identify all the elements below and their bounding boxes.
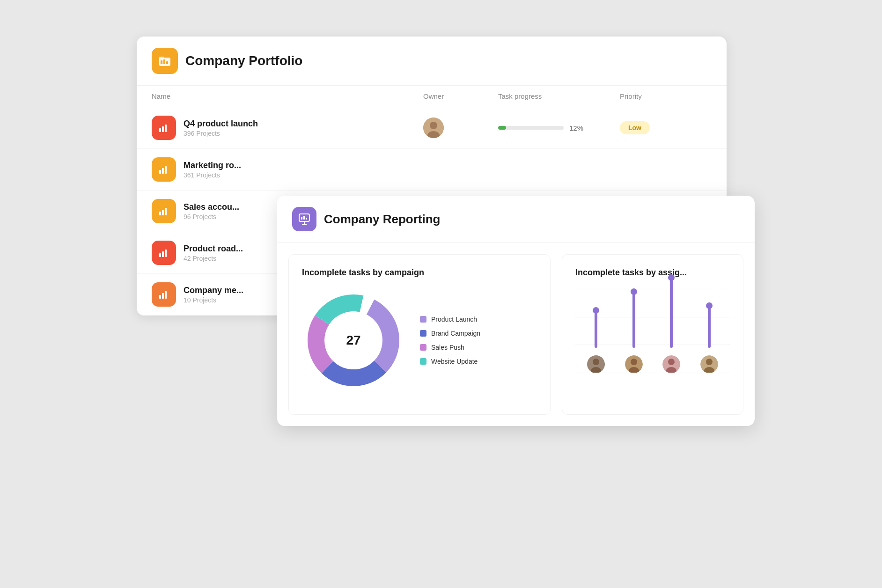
- legend-dot-website-update: [420, 358, 426, 365]
- legend-dot-sales-push: [420, 344, 426, 351]
- svg-point-45: [706, 359, 713, 365]
- svg-rect-15: [159, 212, 161, 215]
- col-name: Name: [152, 92, 423, 100]
- progress-text: 12%: [569, 124, 583, 132]
- legend-label-product-launch: Product Launch: [431, 316, 477, 323]
- col-progress: Task progress: [498, 92, 620, 100]
- bar-dot-2: [631, 288, 637, 295]
- row-icon-orange: [152, 282, 176, 307]
- portfolio-title: Company Portfolio: [185, 53, 302, 68]
- svg-point-36: [593, 359, 599, 365]
- table-header: Name Owner Task progress Priority: [137, 86, 727, 107]
- svg-point-10: [430, 122, 437, 129]
- row-sub: 42 Projects: [184, 255, 243, 262]
- legend-label-website-update: Website Update: [431, 358, 478, 365]
- portfolio-header: Company Portfolio: [137, 37, 727, 86]
- bar-chart-title: Incomplete tasks by assig...: [575, 268, 730, 278]
- row-sub: 396 Projects: [184, 130, 258, 137]
- svg-rect-16: [162, 210, 164, 215]
- row-sub: 10 Projects: [184, 296, 243, 304]
- svg-rect-5: [159, 128, 161, 132]
- progress-fill: [498, 126, 506, 130]
- row-title: Marketing ro...: [184, 161, 241, 170]
- svg-rect-29: [306, 218, 307, 220]
- svg-rect-12: [159, 170, 161, 174]
- row-icon-yellow: [152, 199, 176, 223]
- svg-rect-2: [161, 60, 162, 64]
- svg-rect-20: [165, 250, 167, 257]
- svg-rect-17: [165, 208, 167, 215]
- row-icon-red: [152, 241, 176, 265]
- row-owner: [423, 118, 498, 138]
- table-row[interactable]: Marketing ro... 361 Projects: [137, 149, 727, 191]
- svg-rect-28: [303, 216, 305, 220]
- reporting-header: Company Reporting: [277, 196, 755, 243]
- svg-rect-14: [165, 166, 167, 174]
- svg-rect-3: [163, 59, 165, 64]
- row-name-cell: Q4 product launch 396 Projects: [152, 116, 423, 140]
- priority-badge: Low: [620, 121, 650, 134]
- bar-dot-1: [593, 307, 599, 314]
- donut-legend: Product Launch Brand Campaign Sales Push: [420, 316, 480, 365]
- legend-label-brand-campaign: Brand Campaign: [431, 330, 480, 337]
- donut-center-value: 27: [346, 333, 360, 348]
- legend-item-sales-push: Sales Push: [420, 344, 480, 351]
- row-progress: 12%: [498, 124, 620, 132]
- bar-2: [632, 292, 635, 348]
- legend-item-website-update: Website Update: [420, 358, 480, 365]
- bar-dot-3: [668, 274, 675, 281]
- row-title: Sales accou...: [184, 202, 239, 212]
- portfolio-folder-icon: [152, 48, 178, 74]
- bar-col-2: [623, 292, 646, 373]
- svg-point-39: [631, 359, 637, 365]
- owner-avatar: [423, 118, 444, 138]
- row-priority: Low: [620, 121, 723, 134]
- bar-chart-panel: Incomplete tasks by assig...: [562, 254, 743, 415]
- svg-point-42: [668, 359, 675, 365]
- reporting-presentation-icon: [292, 207, 316, 231]
- svg-rect-22: [162, 293, 164, 299]
- svg-rect-7: [165, 125, 167, 132]
- row-name-cell: Marketing ro... 361 Projects: [152, 157, 423, 182]
- svg-rect-18: [159, 253, 161, 257]
- bar-col-1: [585, 310, 608, 373]
- reporting-content: Incomplete tasks by campaign: [277, 243, 755, 426]
- row-text: Sales accou... 96 Projects: [184, 202, 239, 220]
- bar-avatar-3: [662, 355, 680, 373]
- reporting-card: Company Reporting Incomplete tasks by ca…: [277, 196, 755, 426]
- legend-label-sales-push: Sales Push: [431, 344, 464, 351]
- bar-avatar-2: [625, 355, 643, 373]
- row-icon-red: [152, 116, 176, 140]
- table-row[interactable]: Q4 product launch 396 Projects: [137, 107, 727, 149]
- legend-dot-product-launch: [420, 316, 426, 323]
- row-title: Product road...: [184, 244, 243, 254]
- bar-col-3: [660, 278, 683, 373]
- legend-item-brand-campaign: Brand Campaign: [420, 330, 480, 337]
- row-icon-yellow: [152, 157, 176, 182]
- progress-bar: [498, 126, 564, 130]
- row-title: Q4 product launch: [184, 119, 258, 129]
- bar-avatar-1: [587, 355, 605, 373]
- col-owner: Owner: [423, 92, 498, 100]
- legend-item-product-launch: Product Launch: [420, 316, 480, 323]
- donut-wrapper: 27: [302, 289, 405, 392]
- legend-dot-brand-campaign: [420, 330, 426, 337]
- row-text: Marketing ro... 361 Projects: [184, 161, 241, 179]
- col-priority: Priority: [620, 92, 723, 100]
- bar-col-4: [698, 306, 721, 373]
- reporting-title: Company Reporting: [324, 212, 440, 227]
- svg-rect-21: [159, 295, 161, 299]
- svg-rect-27: [301, 217, 302, 220]
- bar-1: [595, 310, 597, 348]
- svg-rect-6: [162, 126, 164, 132]
- row-text: Company me... 10 Projects: [184, 286, 243, 304]
- svg-rect-23: [165, 291, 167, 299]
- row-text: Product road... 42 Projects: [184, 244, 243, 262]
- main-scene: Company Portfolio Name Owner Task progre…: [137, 37, 745, 551]
- bar-avatar-4: [700, 355, 718, 373]
- row-title: Company me...: [184, 286, 243, 295]
- row-sub: 361 Projects: [184, 171, 241, 179]
- chart-inner: 27 Product Launch Brand Campaign: [302, 289, 537, 392]
- row-text: Q4 product launch 396 Projects: [184, 119, 258, 137]
- svg-rect-13: [162, 168, 164, 174]
